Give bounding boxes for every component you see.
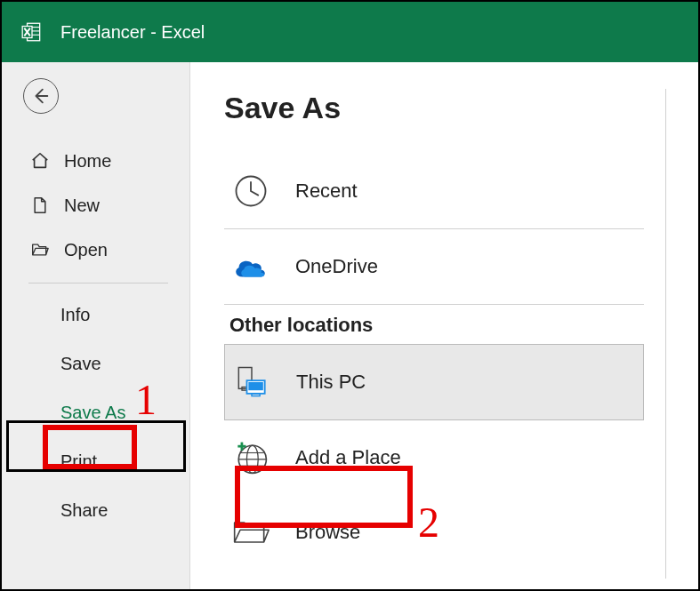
open-folder-icon [28,238,52,261]
onedrive-icon [229,245,272,288]
divider [224,304,644,305]
window-title: Freelancer - Excel [60,22,205,43]
location-recent[interactable]: Recent [224,154,644,228]
location-list: Recent OneDrive Other locations [224,154,644,570]
nav-home[interactable]: Home [2,139,189,183]
back-button[interactable] [23,78,59,114]
svg-rect-10 [252,394,260,396]
browse-folder-icon [229,511,272,554]
nav-print[interactable]: Print [2,437,189,486]
page-title: Save As [224,91,698,125]
backstage-sidebar: Home New Open Info Save Save As Print Sh… [2,62,190,589]
svg-rect-9 [248,382,263,390]
location-browse[interactable]: Browse [224,495,644,570]
right-divider [665,89,666,579]
this-pc-icon [230,361,273,403]
nav-open[interactable]: Open [2,228,189,272]
titlebar: Freelancer - Excel [2,2,698,62]
location-label: Recent [295,180,358,203]
nav-save-as[interactable]: Save As [2,388,189,437]
location-label: Browse [295,521,360,544]
nav-label: New [64,196,100,216]
location-label: This PC [296,371,366,394]
excel-app-icon [20,20,44,44]
location-label: OneDrive [295,255,378,278]
nav-label: Open [64,240,108,260]
add-place-icon [229,436,272,479]
location-add-a-place[interactable]: Add a Place [224,420,644,495]
nav-new[interactable]: New [2,183,189,228]
section-other-locations: Other locations [229,314,644,337]
new-file-icon [28,194,52,217]
nav-share[interactable]: Share [2,486,189,535]
location-onedrive[interactable]: OneDrive [224,229,644,304]
home-icon [28,149,52,172]
recent-icon [229,170,272,212]
sidebar-separator [28,283,168,284]
location-this-pc[interactable]: This PC [224,344,644,420]
nav-save[interactable]: Save [2,339,189,388]
location-label: Add a Place [295,446,401,469]
nav-info[interactable]: Info [2,291,189,339]
nav-label: Home [64,151,111,172]
main-panel: Save As Recent OneDrive Other loca [190,62,698,589]
